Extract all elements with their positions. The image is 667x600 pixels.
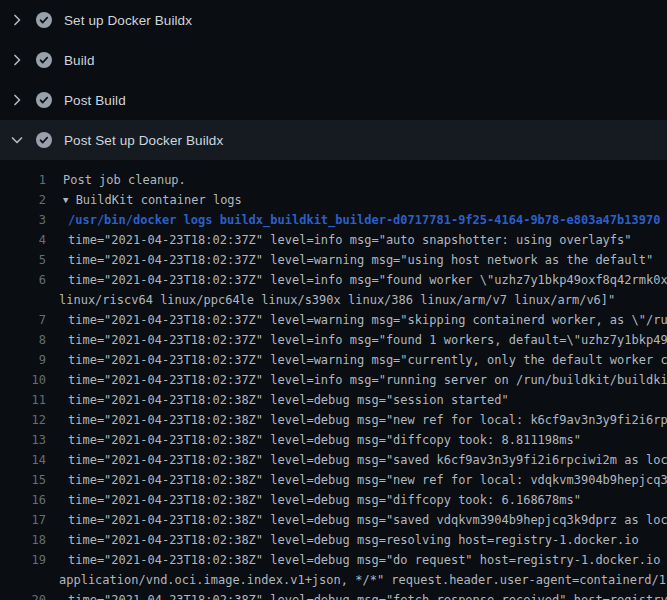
log-line: linux/riscv64 linux/ppc64le linux/s390x … — [0, 290, 667, 310]
log-line-text: time="2021-04-23T18:02:37Z" level=info m… — [68, 370, 667, 390]
step-post-set-up-docker-buildx[interactable]: Post Set up Docker Buildx — [0, 120, 667, 160]
log-line-text: time="2021-04-23T18:02:37Z" level=warnin… — [68, 350, 667, 370]
log-line-number[interactable]: 6 — [0, 270, 46, 290]
log-line-number[interactable]: 15 — [0, 470, 46, 490]
step-label: Post Set up Docker Buildx — [64, 133, 223, 148]
log-line: 1 Post job cleanup. — [0, 170, 667, 190]
check-success-icon — [36, 92, 52, 108]
log-line: 11 time="2021-04-23T18:02:38Z" level=deb… — [0, 390, 667, 410]
log-line: 10 time="2021-04-23T18:02:37Z" level=inf… — [0, 370, 667, 390]
log-line: 16 time="2021-04-23T18:02:38Z" level=deb… — [0, 490, 667, 510]
log-line-number[interactable]: 3 — [0, 210, 46, 230]
log-line-text: linux/riscv64 linux/ppc64le linux/s390x … — [59, 290, 615, 310]
log-line-text: time="2021-04-23T18:02:38Z" level=debug … — [68, 430, 581, 450]
log-line-text: time="2021-04-23T18:02:38Z" level=debug … — [68, 470, 667, 490]
steps-list: Set up Docker Buildx Build Post Build — [0, 0, 667, 160]
log-line: 18 time="2021-04-23T18:02:38Z" level=deb… — [0, 530, 667, 550]
log-line-number[interactable]: 11 — [0, 390, 46, 410]
log-line-text: time="2021-04-23T18:02:37Z" level=warnin… — [68, 250, 653, 270]
log-line-text: time="2021-04-23T18:02:38Z" level=debug … — [68, 550, 667, 570]
log-line-number[interactable]: 7 — [0, 310, 46, 330]
log-line: 6 time="2021-04-23T18:02:37Z" level=info… — [0, 270, 667, 290]
chevron-down-icon — [9, 132, 25, 148]
log-line: 12 time="2021-04-23T18:02:38Z" level=deb… — [0, 410, 667, 430]
log-line: 17 time="2021-04-23T18:02:38Z" level=deb… — [0, 510, 667, 530]
check-success-icon — [36, 12, 52, 28]
group-toggle-icon[interactable]: ▼ — [63, 190, 68, 210]
log-line-text: /usr/bin/docker logs buildx_buildkit_bui… — [68, 210, 660, 230]
log-line-text: time="2021-04-23T18:02:38Z" level=debug … — [68, 530, 639, 550]
log-line: 7 time="2021-04-23T18:02:37Z" level=warn… — [0, 310, 667, 330]
step-label: Set up Docker Buildx — [64, 13, 192, 28]
log-line-text: time="2021-04-23T18:02:38Z" level=debug … — [68, 410, 667, 430]
log-line-number[interactable] — [0, 570, 46, 590]
log-line: 19 time="2021-04-23T18:02:38Z" level=deb… — [0, 550, 667, 570]
log-line-number[interactable]: 12 — [0, 410, 46, 430]
log-line-number[interactable]: 5 — [0, 250, 46, 270]
log-line: 4 time="2021-04-23T18:02:37Z" level=info… — [0, 230, 667, 250]
log-line: 5 time="2021-04-23T18:02:37Z" level=warn… — [0, 250, 667, 270]
log-line: application/vnd.oci.image.index.v1+json,… — [0, 570, 667, 590]
log-line-number[interactable]: 20 — [0, 590, 46, 600]
log-line-number[interactable]: 16 — [0, 490, 46, 510]
log-line-text: time="2021-04-23T18:02:37Z" level=info m… — [68, 270, 667, 290]
log-line: 2 ▼ BuildKit container logs — [0, 190, 667, 210]
log-line: 20 time="2021-04-23T18:02:38Z" level=deb… — [0, 590, 667, 600]
log-line: 8 time="2021-04-23T18:02:37Z" level=info… — [0, 330, 667, 350]
log-line-number[interactable]: 18 — [0, 530, 46, 550]
step-label: Build — [64, 53, 95, 68]
log-line: 9 time="2021-04-23T18:02:37Z" level=warn… — [0, 350, 667, 370]
log-line-number[interactable]: 19 — [0, 550, 46, 570]
log-line-number[interactable]: 1 — [0, 170, 46, 190]
step-label: Post Build — [64, 93, 126, 108]
log-line-number[interactable]: 2 — [0, 190, 46, 210]
log-line: 14 time="2021-04-23T18:02:38Z" level=deb… — [0, 450, 667, 470]
log-line-number[interactable]: 13 — [0, 430, 46, 450]
log-line: 15 time="2021-04-23T18:02:38Z" level=deb… — [0, 470, 667, 490]
log-line-text[interactable]: ▼ BuildKit container logs — [63, 190, 242, 210]
log-line-text: time="2021-04-23T18:02:38Z" level=debug … — [68, 510, 667, 530]
check-success-icon — [36, 52, 52, 68]
log-line-text: time="2021-04-23T18:02:37Z" level=info m… — [68, 330, 667, 350]
step-build[interactable]: Build — [0, 40, 667, 80]
log-line-text: time="2021-04-23T18:02:37Z" level=warnin… — [68, 310, 667, 330]
log-line-text: application/vnd.oci.image.index.v1+json,… — [59, 570, 667, 590]
log-line-number[interactable]: 14 — [0, 450, 46, 470]
log-line-number[interactable]: 9 — [0, 350, 46, 370]
log-line-number[interactable]: 17 — [0, 510, 46, 530]
log-line-text: time="2021-04-23T18:02:38Z" level=debug … — [68, 390, 509, 410]
log-rows: 1 Post job cleanup. 2 ▼ BuildKit contain… — [0, 170, 667, 600]
actions-log-viewer: Set up Docker Buildx Build Post Build — [0, 0, 667, 600]
log-line-text: time="2021-04-23T18:02:38Z" level=debug … — [68, 450, 667, 470]
log-line-text: Post job cleanup. — [63, 170, 186, 190]
log-line-number[interactable]: 4 — [0, 230, 46, 250]
check-success-icon — [36, 132, 52, 148]
log-line-text: time="2021-04-23T18:02:38Z" level=debug … — [68, 490, 581, 510]
chevron-right-icon — [9, 92, 25, 108]
log-line-number[interactable] — [0, 290, 46, 310]
step-set-up-docker-buildx[interactable]: Set up Docker Buildx — [0, 0, 667, 40]
log-line-number[interactable]: 8 — [0, 330, 46, 350]
log-line: 13 time="2021-04-23T18:02:38Z" level=deb… — [0, 430, 667, 450]
log-line-text: time="2021-04-23T18:02:37Z" level=info m… — [68, 230, 632, 250]
log-area: 1 Post job cleanup. 2 ▼ BuildKit contain… — [0, 160, 667, 600]
log-line-text: time="2021-04-23T18:02:38Z" level=debug … — [68, 590, 667, 600]
log-line: 3 /usr/bin/docker logs buildx_buildkit_b… — [0, 210, 667, 230]
log-line-number[interactable]: 10 — [0, 370, 46, 390]
step-post-build[interactable]: Post Build — [0, 80, 667, 120]
chevron-right-icon — [9, 52, 25, 68]
chevron-right-icon — [9, 12, 25, 28]
